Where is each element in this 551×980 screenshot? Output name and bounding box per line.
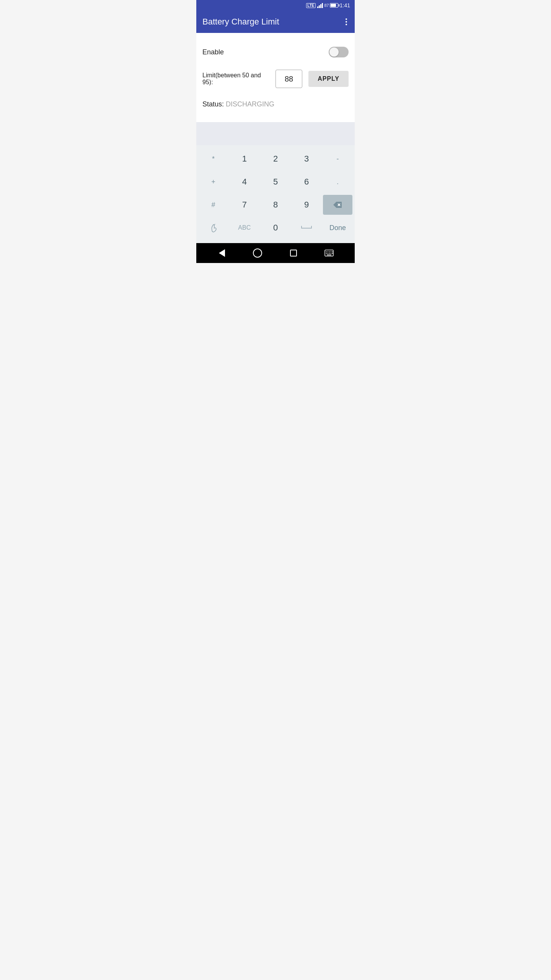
- key-hash[interactable]: #: [199, 195, 228, 215]
- keyboard: * 1 2 3 - + 4 5 6 . # 7 8 9: [196, 145, 355, 243]
- lte-indicator: LTE: [306, 3, 315, 8]
- apply-button[interactable]: APPLY: [308, 71, 349, 87]
- svg-rect-7: [332, 252, 333, 252]
- key-asterisk[interactable]: *: [199, 149, 228, 169]
- svg-rect-12: [332, 253, 333, 254]
- enable-row: Enable: [202, 41, 349, 64]
- key-space[interactable]: [292, 218, 321, 238]
- limit-label: Limit(between 50 and 95):: [202, 72, 269, 86]
- main-content: Enable Limit(between 50 and 95): APPLY S…: [196, 33, 355, 122]
- status-label: Status:: [202, 100, 224, 108]
- enable-label: Enable: [202, 48, 224, 56]
- status-icons: LTE 87 1:41: [306, 2, 350, 8]
- keyboard-row-4: ABC 0 Done: [198, 217, 353, 238]
- status-bar: LTE 87 1:41: [196, 0, 355, 11]
- recents-button[interactable]: [286, 245, 301, 261]
- swipe-icon: [208, 222, 219, 233]
- keyboard-icon: [324, 250, 334, 256]
- key-period[interactable]: .: [323, 172, 352, 192]
- key-7[interactable]: 7: [230, 195, 259, 215]
- key-done[interactable]: Done: [323, 218, 352, 238]
- svg-rect-10: [329, 253, 330, 254]
- limit-input[interactable]: [276, 70, 302, 88]
- toggle-knob: [329, 47, 339, 57]
- app-bar: Battery Charge Limit: [196, 11, 355, 33]
- key-abc[interactable]: ABC: [230, 218, 259, 238]
- svg-rect-8: [326, 253, 327, 254]
- status-row: Status: DISCHARGING: [202, 94, 349, 114]
- nav-bar: [196, 243, 355, 263]
- app-title: Battery Charge Limit: [202, 17, 279, 27]
- more-options-button[interactable]: [344, 17, 349, 27]
- spacebar-icon: [301, 225, 312, 230]
- delete-icon: [333, 202, 342, 208]
- back-button[interactable]: [214, 245, 230, 261]
- svg-rect-11: [331, 253, 331, 254]
- keyboard-row-3: # 7 8 9: [198, 194, 353, 216]
- keyboard-spacer: [196, 122, 355, 145]
- signal-icon: [317, 3, 323, 8]
- svg-rect-13: [327, 255, 331, 255]
- keyboard-row-2: + 4 5 6 .: [198, 171, 353, 193]
- keyboard-button[interactable]: [321, 245, 337, 261]
- svg-rect-9: [328, 253, 328, 254]
- key-1[interactable]: 1: [230, 149, 259, 169]
- key-minus[interactable]: -: [323, 149, 352, 169]
- time-display: 1:41: [340, 2, 350, 8]
- key-4[interactable]: 4: [230, 172, 259, 192]
- home-button[interactable]: [250, 245, 265, 261]
- key-8[interactable]: 8: [261, 195, 290, 215]
- key-swipe[interactable]: [199, 218, 228, 238]
- limit-row: Limit(between 50 and 95): APPLY: [202, 64, 349, 94]
- key-5[interactable]: 5: [261, 172, 290, 192]
- key-9[interactable]: 9: [292, 195, 321, 215]
- svg-rect-5: [329, 252, 330, 252]
- status-text: Status: DISCHARGING: [202, 100, 274, 108]
- key-6[interactable]: 6: [292, 172, 321, 192]
- battery-icon: 87: [324, 3, 338, 8]
- keyboard-row-1: * 1 2 3 -: [198, 148, 353, 170]
- key-delete[interactable]: [323, 195, 352, 215]
- svg-rect-6: [331, 252, 331, 252]
- key-2[interactable]: 2: [261, 149, 290, 169]
- enable-toggle[interactable]: [329, 47, 349, 57]
- svg-rect-3: [326, 252, 327, 252]
- key-3[interactable]: 3: [292, 149, 321, 169]
- svg-rect-4: [328, 252, 328, 252]
- key-0[interactable]: 0: [261, 218, 290, 238]
- status-value: DISCHARGING: [226, 100, 274, 108]
- key-plus[interactable]: +: [199, 172, 228, 192]
